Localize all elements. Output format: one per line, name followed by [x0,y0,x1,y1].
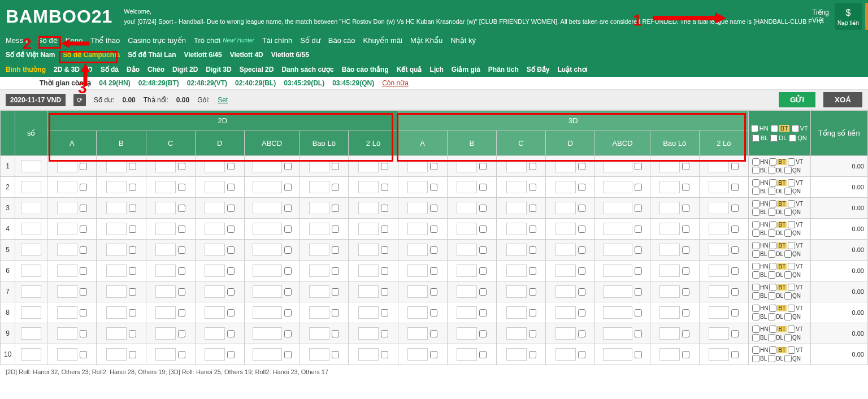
bet-amount-input[interactable] [659,202,680,214]
bet-checkbox[interactable] [529,309,536,316]
nav-finance[interactable]: Tài chính [262,36,292,45]
bet-amount-input[interactable] [506,285,527,298]
bet-amount-input[interactable] [555,306,576,319]
number-input[interactable] [21,223,41,235]
nav-2d3d[interactable]: 2D & 3D [54,66,80,73]
row-opt-vt[interactable]: VT [788,263,803,270]
bet-amount-input[interactable] [358,327,379,340]
bet-checkbox[interactable] [227,184,235,191]
bet-checkbox[interactable] [430,330,437,337]
row-opt-bl[interactable]: BL [752,209,767,216]
row-opt-qn[interactable]: QN [784,229,801,237]
bet-checkbox[interactable] [529,330,536,337]
bet-checkbox[interactable] [178,225,185,233]
bet-amount-input[interactable] [709,202,729,214]
bet-amount-input[interactable] [709,160,729,172]
bet-amount-input[interactable] [57,160,77,172]
bet-amount-input[interactable] [253,285,282,298]
nav-vietlott-645[interactable]: Vietlott 6/45 [184,51,222,59]
bet-checkbox[interactable] [731,205,739,212]
bet-checkbox[interactable] [635,184,642,191]
bet-checkbox[interactable] [381,309,388,316]
bet-checkbox[interactable] [731,351,739,358]
bet-checkbox[interactable] [479,246,487,254]
number-input[interactable] [21,202,41,214]
bet-checkbox[interactable] [578,309,585,316]
bet-checkbox[interactable] [227,246,235,254]
bet-amount-input[interactable] [155,348,176,361]
row-opt-vt[interactable]: VT [788,158,803,166]
bet-amount-input[interactable] [709,223,729,235]
time-more-link[interactable]: Còn nữa [382,79,409,87]
row-opt-vt[interactable]: VT [788,284,803,291]
bet-checkbox[interactable] [80,246,87,254]
bet-checkbox[interactable] [381,288,388,296]
row-opt-hn[interactable]: HN [752,263,768,270]
bet-amount-input[interactable] [309,348,329,361]
bet-checkbox[interactable] [129,225,136,233]
bet-amount-input[interactable] [309,306,329,319]
bet-amount-input[interactable] [407,264,428,277]
bet-amount-input[interactable] [309,285,329,298]
bet-amount-input[interactable] [253,264,282,277]
bet-amount-input[interactable] [506,244,527,256]
withdraw-button[interactable]: $ Rút tiền [865,3,868,30]
row-opt-vt[interactable]: VT [788,200,803,207]
bet-checkbox[interactable] [129,163,136,170]
bet-amount-input[interactable] [555,160,576,172]
bet-amount-input[interactable] [659,306,680,319]
bet-amount-input[interactable] [205,285,225,298]
bet-checkbox[interactable] [578,351,585,358]
bet-checkbox[interactable] [430,225,437,233]
bet-amount-input[interactable] [253,244,282,256]
bet-amount-input[interactable] [407,181,428,193]
bet-checkbox[interactable] [682,267,689,275]
bet-checkbox[interactable] [731,163,739,170]
bet-checkbox[interactable] [227,330,235,337]
bet-amount-input[interactable] [709,264,729,277]
row-opt-qn[interactable]: QN [784,209,801,216]
bet-checkbox[interactable] [529,288,536,296]
bet-checkbox[interactable] [129,351,136,358]
send-button[interactable]: GỬI [779,92,815,107]
bet-amount-input[interactable] [358,223,379,235]
row-opt-vt[interactable]: VT [788,242,803,249]
row-opt-dl[interactable]: DL [768,334,783,341]
bet-checkbox[interactable] [284,163,292,170]
bet-amount-input[interactable] [603,285,632,298]
bet-amount-input[interactable] [57,264,77,277]
bet-amount-input[interactable] [506,202,527,214]
bet-amount-input[interactable] [155,327,176,340]
bet-amount-input[interactable] [106,264,127,277]
bet-checkbox[interactable] [332,246,339,254]
bet-checkbox[interactable] [80,184,87,191]
bet-amount-input[interactable] [659,285,680,298]
row-opt-bt[interactable]: BT [769,284,787,291]
bet-amount-input[interactable] [358,306,379,319]
row-opt-dl[interactable]: DL [768,313,783,320]
bet-checkbox[interactable] [284,288,292,296]
nav-sode[interactable]: Số đề [37,36,58,45]
bet-amount-input[interactable] [57,306,77,319]
bet-amount-input[interactable] [358,202,379,214]
bet-amount-input[interactable] [205,223,225,235]
row-opt-hn[interactable]: HN [752,284,768,291]
bet-checkbox[interactable] [332,225,339,233]
bet-checkbox[interactable] [635,288,642,296]
bet-checkbox[interactable] [381,267,388,275]
bet-checkbox[interactable] [479,309,487,316]
row-opt-hn[interactable]: HN [752,346,768,354]
bet-checkbox[interactable] [578,246,585,254]
row-opt-bl[interactable]: BL [752,292,767,300]
bet-amount-input[interactable] [253,160,282,172]
bet-amount-input[interactable] [57,348,77,361]
bet-amount-input[interactable] [603,348,632,361]
nav-report[interactable]: Báo cáo [328,36,355,45]
bet-checkbox[interactable] [479,225,487,233]
row-opt-bt[interactable]: BT [769,346,787,354]
bet-amount-input[interactable] [506,223,527,235]
bet-amount-input[interactable] [358,160,379,172]
number-input[interactable] [21,244,41,256]
row-opt-hn[interactable]: HN [752,326,768,333]
bet-checkbox[interactable] [635,205,642,212]
